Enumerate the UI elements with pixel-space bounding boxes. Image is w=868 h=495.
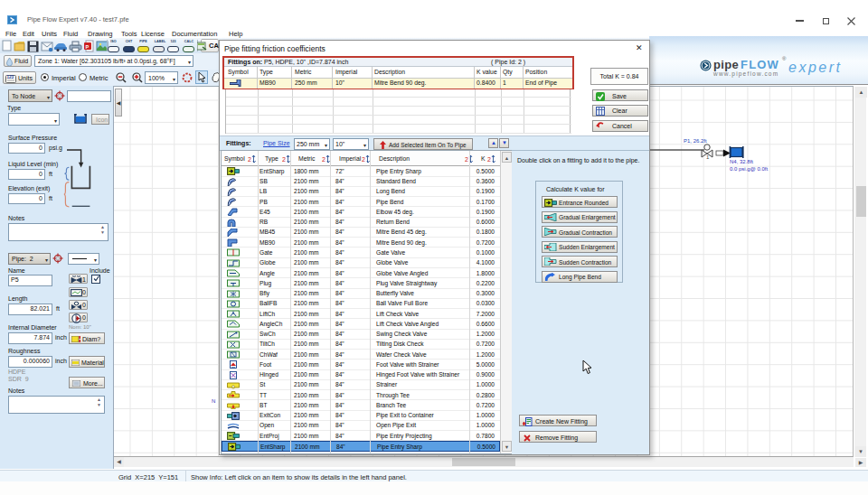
svg-text:2: 2	[322, 156, 326, 163]
svg-text:2: 2	[362, 156, 365, 163]
svg-text:P: P	[86, 44, 90, 50]
svg-text:2: 2	[248, 156, 251, 163]
svg-text:2: 2	[282, 156, 286, 163]
svg-text:2: 2	[465, 156, 468, 163]
svg-text:123: 123	[7, 75, 14, 79]
svg-text:2: 2	[487, 156, 491, 163]
